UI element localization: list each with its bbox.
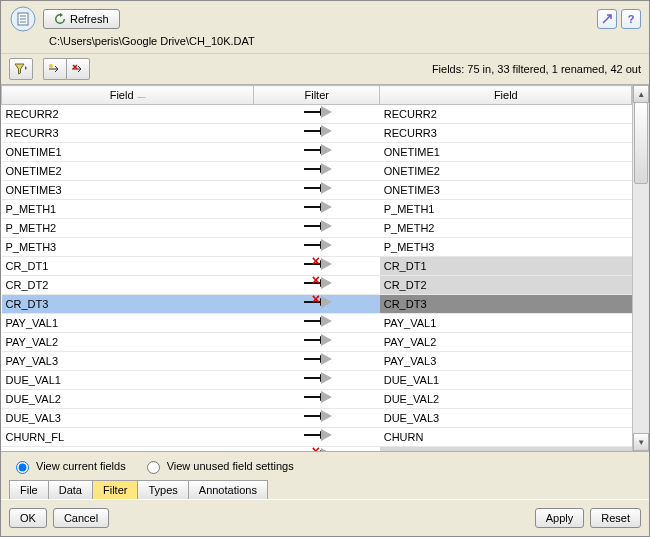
cell-field-out: DUE_VAL1 [380, 371, 632, 390]
vertical-scrollbar[interactable]: ▲ ▼ [632, 85, 649, 451]
view-mode-row: View current fields View unused field se… [1, 452, 649, 480]
table-row[interactable]: CR_DT1×CR_DT1 [2, 257, 632, 276]
footer: OK Cancel Apply Reset [1, 499, 649, 536]
tab-file[interactable]: File [9, 480, 49, 499]
radio-view-current[interactable]: View current fields [11, 458, 126, 474]
scroll-up-icon[interactable]: ▲ [633, 85, 649, 103]
table-row[interactable]: DUE_VAL3DUE_VAL3 [2, 409, 632, 428]
tab-types[interactable]: Types [137, 480, 188, 499]
cell-field-out: P_METH1 [380, 200, 632, 219]
table-row[interactable]: RECURR3RECURR3 [2, 124, 632, 143]
table-row[interactable]: PAY_VAL3PAY_VAL3 [2, 352, 632, 371]
arrow-pass-icon [302, 165, 332, 175]
tab-bar: FileDataFilterTypesAnnotations [1, 480, 649, 499]
popout-icon[interactable] [597, 9, 617, 29]
fields-table-wrap: Field— Filter Field RECURR2RECURR2RECURR… [1, 84, 649, 452]
cell-filter [254, 143, 380, 162]
cell-field-out: DUE_VAL2 [380, 390, 632, 409]
table-row[interactable]: ONETIME2ONETIME2 [2, 162, 632, 181]
radio-unused-label: View unused field settings [167, 460, 294, 472]
refresh-icon [54, 13, 66, 25]
cancel-button[interactable]: Cancel [53, 508, 109, 528]
cell-field-out: CR_DT1 [380, 257, 632, 276]
table-row[interactable]: CR_DT3×CR_DT3 [2, 295, 632, 314]
reset-button[interactable]: Reset [590, 508, 641, 528]
arrow-pass-icon [302, 241, 332, 251]
sub-toolbar: Fields: 75 in, 33 filtered, 1 renamed, 4… [1, 53, 649, 84]
cell-filter [254, 333, 380, 352]
tab-data[interactable]: Data [48, 480, 93, 499]
col-header-field-in[interactable]: Field— [2, 86, 254, 105]
arrow-pass-icon [302, 393, 332, 403]
table-row[interactable]: P_METH3P_METH3 [2, 238, 632, 257]
col-header-filter[interactable]: Filter [254, 86, 380, 105]
cell-filter [254, 200, 380, 219]
refresh-button[interactable]: Refresh [43, 9, 120, 29]
scroll-thumb[interactable] [634, 102, 648, 184]
filter-dropdown-button[interactable] [9, 58, 33, 80]
cell-field-out: P_METH3 [380, 238, 632, 257]
table-row[interactable]: DUE_VAL2DUE_VAL2 [2, 390, 632, 409]
arrow-pass-icon [302, 412, 332, 422]
table-row[interactable]: RECURR2RECURR2 [2, 105, 632, 124]
cell-field-in: PAY_VAL3 [2, 352, 254, 371]
cell-filter [254, 371, 380, 390]
cell-field-out: RECURR3 [380, 124, 632, 143]
table-row[interactable]: P_METH2P_METH2 [2, 219, 632, 238]
ok-button[interactable]: OK [9, 508, 47, 528]
toolbar: Refresh ? [1, 1, 649, 35]
toggle-group [43, 58, 90, 80]
arrow-pass-icon [302, 222, 332, 232]
tab-filter[interactable]: Filter [92, 480, 138, 499]
cell-field-out: P_METH2 [380, 219, 632, 238]
cell-field-in: RECURR3 [2, 124, 254, 143]
cell-field-in: CR_DT3 [2, 295, 254, 314]
cell-field-out: ONETIME3 [380, 181, 632, 200]
tab-annotations[interactable]: Annotations [188, 480, 268, 499]
arrow-pass-icon [302, 431, 332, 441]
table-header-row: Field— Filter Field [2, 86, 632, 105]
cell-filter: × [254, 257, 380, 276]
cell-filter [254, 181, 380, 200]
cell-field-in: CR_DT2 [2, 276, 254, 295]
document-icon [9, 5, 37, 33]
cell-field-out: CR_DT3 [380, 295, 632, 314]
table-row[interactable]: ONETIME1ONETIME1 [2, 143, 632, 162]
cell-field-in: ONETIME1 [2, 143, 254, 162]
scroll-down-icon[interactable]: ▼ [633, 433, 649, 451]
arrow-filtered-icon: × [302, 298, 332, 308]
radio-view-unused[interactable]: View unused field settings [142, 458, 294, 474]
cell-field-out: RECURR2 [380, 105, 632, 124]
table-row[interactable]: PAY_VAL1PAY_VAL1 [2, 314, 632, 333]
sort-icon: — [138, 92, 146, 101]
apply-button[interactable]: Apply [535, 508, 585, 528]
cell-field-in: DUE_VAL1 [2, 371, 254, 390]
cell-field-in: P_METH3 [2, 238, 254, 257]
table-row[interactable]: P_METH1P_METH1 [2, 200, 632, 219]
svg-point-5 [49, 64, 53, 68]
arrow-pass-icon [302, 374, 332, 384]
include-fields-button[interactable] [43, 58, 66, 80]
exclude-fields-button[interactable] [66, 58, 90, 80]
table-row[interactable]: PAY_VAL2PAY_VAL2 [2, 333, 632, 352]
cell-filter [254, 162, 380, 181]
field-stats: Fields: 75 in, 33 filtered, 1 renamed, 4… [432, 63, 641, 75]
cell-field-out: CHURN [380, 428, 632, 447]
cell-filter: × [254, 276, 380, 295]
cell-field-in: ONETIME3 [2, 181, 254, 200]
col-header-field-out[interactable]: Field [380, 86, 632, 105]
table-row[interactable]: DUE_VAL1DUE_VAL1 [2, 371, 632, 390]
arrow-pass-icon [302, 203, 332, 213]
arrow-filtered-icon: × [302, 279, 332, 289]
refresh-label: Refresh [70, 13, 109, 25]
arrow-pass-icon [302, 317, 332, 327]
table-row[interactable]: ONETIME3ONETIME3 [2, 181, 632, 200]
table-row[interactable]: CR_DT2×CR_DT2 [2, 276, 632, 295]
cell-field-in: ONETIME2 [2, 162, 254, 181]
radio-current-input[interactable] [16, 461, 29, 474]
table-row[interactable]: CHURN_FLCHURN [2, 428, 632, 447]
radio-unused-input[interactable] [147, 461, 160, 474]
help-icons: ? [597, 9, 641, 29]
help-icon[interactable]: ? [621, 9, 641, 29]
fields-table: Field— Filter Field RECURR2RECURR2RECURR… [1, 85, 632, 452]
